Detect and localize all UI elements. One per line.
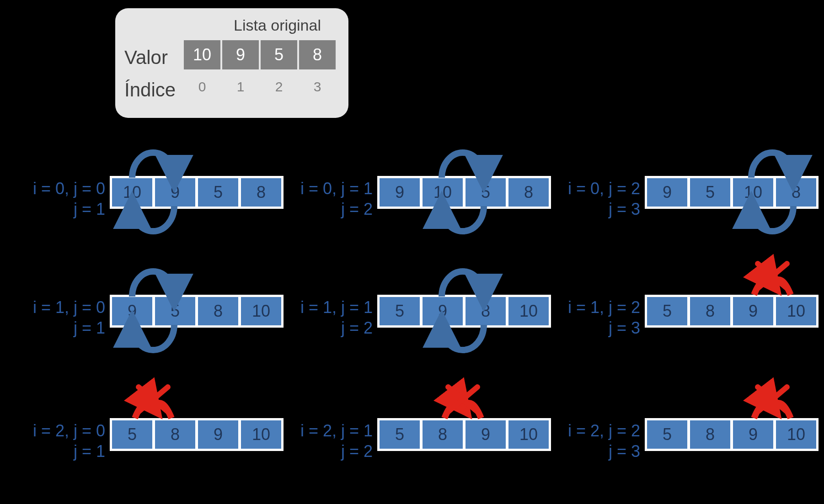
step-label: i = 0, j = 2j = 3 xyxy=(549,178,640,219)
step-label: i = 1, j = 0j = 1 xyxy=(14,297,105,338)
array-cell: 5 xyxy=(198,178,239,207)
array-cell: 9 xyxy=(155,178,196,207)
svg-line-1 xyxy=(758,264,787,288)
original-index: 0 xyxy=(184,79,220,95)
indice-label: Índice xyxy=(124,79,176,101)
step-j: j = 2 xyxy=(281,441,373,462)
original-index: 1 xyxy=(222,79,259,95)
step-j: j = 1 xyxy=(14,441,105,462)
original-cells: 10 9 5 8 xyxy=(184,40,336,69)
array-cell: 10 xyxy=(733,178,774,207)
original-cell: 9 xyxy=(222,40,259,69)
step-label: i = 0, j = 1j = 2 xyxy=(281,178,373,219)
array-cell: 8 xyxy=(198,297,239,326)
original-list-title: Lista original xyxy=(234,16,321,34)
array-cell: 5 xyxy=(690,178,731,207)
step-ij: i = 2, j = 0 xyxy=(33,421,105,440)
step-s00: i = 0, j = 0j = 110958 xyxy=(14,137,277,256)
array-cell: 9 xyxy=(379,178,420,207)
array-cell: 10 xyxy=(241,420,282,449)
step-ij: i = 0, j = 1 xyxy=(300,179,373,198)
array-cell: 8 xyxy=(776,178,817,207)
array-cell: 8 xyxy=(690,297,731,326)
step-s20: i = 2, j = 0j = 158910 xyxy=(14,379,277,498)
array-cells: 95810 xyxy=(110,295,284,328)
array-cells: 95108 xyxy=(645,176,819,209)
step-label: i = 1, j = 2j = 3 xyxy=(549,297,640,338)
svg-line-6 xyxy=(758,387,787,412)
step-ij: i = 1, j = 1 xyxy=(300,298,373,317)
array-cells: 59810 xyxy=(377,295,551,328)
array-cell: 10 xyxy=(776,420,817,449)
step-ij: i = 0, j = 2 xyxy=(568,179,640,198)
step-ij: i = 0, j = 0 xyxy=(33,179,105,198)
array-cell: 10 xyxy=(241,297,282,326)
array-cells: 58910 xyxy=(645,418,819,451)
step-ij: i = 2, j = 1 xyxy=(300,421,373,440)
svg-line-0 xyxy=(758,264,787,288)
step-j: j = 2 xyxy=(281,199,373,219)
array-cell: 9 xyxy=(112,297,153,326)
step-j: j = 3 xyxy=(549,199,640,219)
step-s12: i = 1, j = 2j = 358910 xyxy=(549,256,812,375)
array-cells: 58910 xyxy=(110,418,284,451)
valor-label: Valor xyxy=(124,47,168,69)
step-ij: i = 1, j = 2 xyxy=(568,298,640,317)
step-s01: i = 0, j = 1j = 291058 xyxy=(281,137,544,256)
step-ij: i = 1, j = 0 xyxy=(33,298,105,317)
original-cell: 5 xyxy=(261,40,297,69)
array-cell: 5 xyxy=(647,297,688,326)
array-cell: 5 xyxy=(112,420,153,449)
original-cell: 8 xyxy=(299,40,336,69)
original-index: 2 xyxy=(261,79,297,95)
array-cell: 10 xyxy=(776,297,817,326)
array-cell: 9 xyxy=(733,297,774,326)
step-label: i = 2, j = 0j = 1 xyxy=(14,420,105,462)
array-cell: 9 xyxy=(422,297,463,326)
array-cell: 10 xyxy=(508,297,549,326)
step-label: i = 2, j = 1j = 2 xyxy=(281,420,373,462)
array-cell: 8 xyxy=(465,297,506,326)
original-index: 3 xyxy=(299,79,336,95)
array-cell: 8 xyxy=(690,420,731,449)
array-cells: 10958 xyxy=(110,176,284,209)
step-s10: i = 1, j = 0j = 195810 xyxy=(14,256,277,375)
array-cells: 58910 xyxy=(377,418,551,451)
array-cell: 9 xyxy=(733,420,774,449)
step-s02: i = 0, j = 2j = 395108 xyxy=(549,137,812,256)
array-cell: 8 xyxy=(241,178,282,207)
step-label: i = 1, j = 1j = 2 xyxy=(281,297,373,338)
original-indices: 0 1 2 3 xyxy=(184,79,336,95)
step-s21: i = 2, j = 1j = 258910 xyxy=(281,379,544,498)
original-list-card: Lista original Valor Índice 10 9 5 8 0 1… xyxy=(115,8,348,118)
step-s22: i = 2, j = 2j = 358910 xyxy=(549,379,812,498)
step-j: j = 1 xyxy=(14,199,105,219)
array-cell: 5 xyxy=(379,420,420,449)
svg-line-3 xyxy=(139,387,168,412)
step-j: j = 2 xyxy=(281,318,373,338)
step-j: j = 1 xyxy=(14,318,105,338)
array-cell: 8 xyxy=(422,420,463,449)
diagram-stage: Lista original Valor Índice 10 9 5 8 0 1… xyxy=(0,0,824,504)
step-label: i = 0, j = 0j = 1 xyxy=(14,178,105,219)
array-cells: 58910 xyxy=(645,295,819,328)
step-label: i = 2, j = 2j = 3 xyxy=(549,420,640,462)
array-cell: 10 xyxy=(422,178,463,207)
array-cell: 10 xyxy=(508,420,549,449)
array-cell: 10 xyxy=(112,178,153,207)
array-cell: 5 xyxy=(647,420,688,449)
array-cell: 9 xyxy=(465,420,506,449)
svg-line-4 xyxy=(448,387,477,412)
step-j: j = 3 xyxy=(549,441,640,462)
step-ij: i = 2, j = 2 xyxy=(568,421,640,440)
array-cell: 9 xyxy=(198,420,239,449)
step-j: j = 3 xyxy=(549,318,640,338)
svg-line-7 xyxy=(758,387,787,412)
array-cells: 91058 xyxy=(377,176,551,209)
array-cell: 5 xyxy=(155,297,196,326)
array-cell: 8 xyxy=(508,178,549,207)
svg-line-2 xyxy=(139,387,168,412)
svg-line-5 xyxy=(448,387,477,412)
array-cell: 8 xyxy=(155,420,196,449)
step-s11: i = 1, j = 1j = 259810 xyxy=(281,256,544,375)
